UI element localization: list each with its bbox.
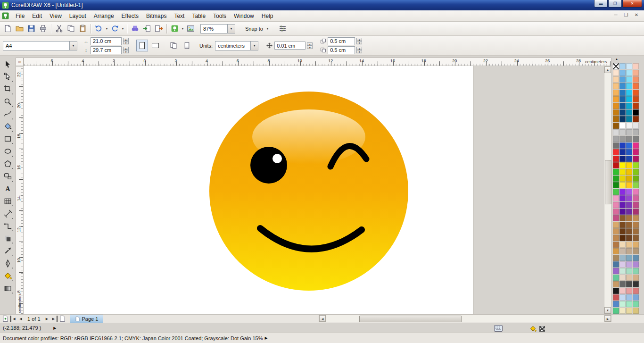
save-button[interactable] xyxy=(25,23,37,34)
color-swatch[interactable] xyxy=(619,90,626,96)
color-swatch[interactable] xyxy=(633,129,639,135)
color-swatch[interactable] xyxy=(619,242,626,248)
color-swatch[interactable] xyxy=(633,136,639,142)
horizontal-ruler[interactable]: 6420246810121416182022242628 centimeters xyxy=(24,58,611,66)
undo-button[interactable] xyxy=(93,23,105,34)
color-swatch[interactable] xyxy=(626,136,632,142)
current-page-button[interactable] xyxy=(181,40,193,51)
smiley-drawing[interactable] xyxy=(207,90,410,293)
color-swatch[interactable] xyxy=(633,248,639,254)
color-swatch[interactable] xyxy=(619,195,626,201)
color-swatch[interactable] xyxy=(626,275,632,281)
color-swatch[interactable] xyxy=(613,308,619,314)
color-swatch[interactable] xyxy=(633,90,639,96)
polygon-tool[interactable] xyxy=(2,158,14,169)
color-swatch[interactable] xyxy=(613,235,619,241)
color-swatch[interactable] xyxy=(626,209,632,215)
color-swatch[interactable] xyxy=(613,90,619,96)
page-tab[interactable]: Page 1 xyxy=(70,315,104,323)
color-swatch[interactable] xyxy=(613,169,619,175)
color-swatch[interactable] xyxy=(633,268,639,274)
color-swatch[interactable] xyxy=(619,261,626,268)
color-swatch[interactable] xyxy=(633,215,639,221)
color-swatch[interactable] xyxy=(613,275,619,281)
drop-shadow-tool[interactable] xyxy=(2,233,14,244)
color-swatch[interactable] xyxy=(626,142,632,149)
copy-button[interactable] xyxy=(65,23,77,34)
fill-color-swatch[interactable] xyxy=(539,326,545,332)
menu-bitmaps[interactable]: Bitmaps xyxy=(142,11,170,21)
zoom-levels-combo[interactable]: 87% ▼ xyxy=(200,24,235,33)
color-swatch[interactable] xyxy=(619,63,626,69)
crop-tool[interactable] xyxy=(2,84,14,95)
color-swatch[interactable] xyxy=(619,136,626,142)
color-swatch[interactable] xyxy=(619,222,626,228)
color-swatch[interactable] xyxy=(626,294,632,301)
mdi-restore-button[interactable]: ❐ xyxy=(622,12,630,17)
horizontal-scroll-thumb[interactable] xyxy=(359,316,462,322)
outline-pen-tool[interactable] xyxy=(2,258,14,269)
vertical-scroll-thumb[interactable] xyxy=(605,160,611,204)
nudge-offset-spinner[interactable]: ▲▼ xyxy=(307,42,313,49)
color-swatch[interactable] xyxy=(633,281,639,287)
interactive-fill-tool[interactable] xyxy=(2,283,14,294)
color-swatch[interactable] xyxy=(613,83,619,89)
color-swatch[interactable] xyxy=(613,123,619,129)
fill-tool[interactable] xyxy=(2,270,14,282)
color-swatch[interactable] xyxy=(633,242,639,248)
import-button[interactable] xyxy=(141,23,153,34)
color-swatch[interactable] xyxy=(613,215,619,221)
zoom-tool[interactable] xyxy=(2,96,14,107)
color-swatch[interactable] xyxy=(613,76,619,83)
first-page-button[interactable]: ◀ xyxy=(10,316,17,322)
color-swatch[interactable] xyxy=(613,228,619,234)
color-swatch[interactable] xyxy=(626,301,632,307)
menu-table[interactable]: Table xyxy=(188,11,209,21)
color-swatch[interactable] xyxy=(633,156,639,162)
vertical-scrollbar[interactable]: ▲ ▼ xyxy=(604,66,611,314)
color-swatch[interactable] xyxy=(626,83,632,89)
color-swatch[interactable] xyxy=(626,248,632,254)
color-swatch[interactable] xyxy=(619,294,626,301)
smart-fill-tool[interactable] xyxy=(2,121,14,132)
color-swatch[interactable] xyxy=(633,162,639,168)
undo-dropdown-arrow[interactable]: ▼ xyxy=(105,27,109,30)
color-swatch[interactable] xyxy=(619,288,626,294)
color-swatch[interactable] xyxy=(626,156,632,162)
color-swatch[interactable] xyxy=(626,189,632,195)
page-width-input[interactable]: 21.0 cm xyxy=(91,37,122,45)
menu-edit[interactable]: Edit xyxy=(28,11,46,21)
next-page-button[interactable]: ▶ xyxy=(43,316,51,322)
open-button[interactable] xyxy=(14,23,25,34)
menu-layout[interactable]: Layout xyxy=(66,11,90,21)
color-swatch[interactable] xyxy=(613,149,619,155)
color-swatch[interactable] xyxy=(619,116,626,122)
color-swatch[interactable] xyxy=(626,90,632,96)
duplicate-x-input[interactable]: 0.5 cm xyxy=(328,37,355,45)
color-swatch[interactable] xyxy=(626,242,632,248)
snap-to-dropdown[interactable]: Snap to ▼ xyxy=(242,26,273,32)
color-swatch[interactable] xyxy=(626,222,632,228)
color-swatch[interactable] xyxy=(633,142,639,149)
color-swatch[interactable] xyxy=(633,176,639,182)
color-swatch[interactable] xyxy=(633,96,639,102)
color-swatch[interactable] xyxy=(619,308,626,314)
parallel-dimension-tool[interactable] xyxy=(2,208,14,219)
keyboard-icon[interactable] xyxy=(494,325,503,332)
menu-file[interactable]: File xyxy=(12,11,28,21)
color-swatch[interactable] xyxy=(626,235,632,241)
menu-effects[interactable]: Effects xyxy=(118,11,142,21)
menu-tools[interactable]: Tools xyxy=(209,11,230,21)
color-swatch[interactable] xyxy=(619,281,626,287)
page-width-spinner[interactable]: ▲▼ xyxy=(123,38,129,44)
color-swatch[interactable] xyxy=(633,222,639,228)
restore-button[interactable]: ❐ xyxy=(608,0,622,8)
redo-button[interactable] xyxy=(109,23,121,34)
color-swatch[interactable] xyxy=(619,162,626,168)
color-swatch[interactable] xyxy=(613,182,619,188)
color-swatch[interactable] xyxy=(613,142,619,149)
welcome-screen-button[interactable] xyxy=(185,23,197,34)
color-swatch[interactable] xyxy=(619,209,626,215)
color-swatch[interactable] xyxy=(619,169,626,175)
color-swatch[interactable] xyxy=(633,149,639,155)
